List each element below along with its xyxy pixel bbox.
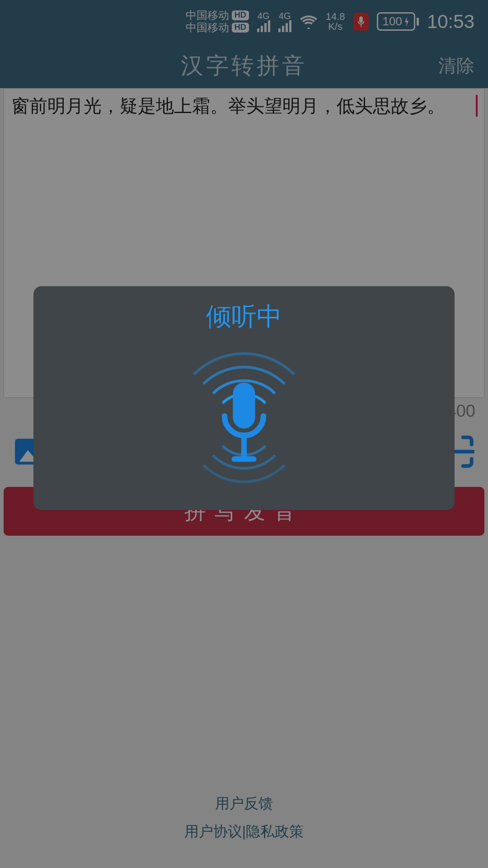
svg-rect-6 [233, 382, 255, 429]
microphone-icon [215, 378, 273, 471]
dialog-title: 倾听中 [206, 300, 282, 334]
mic-graphic[interactable] [163, 343, 325, 506]
listening-dialog: 倾听中 [33, 286, 455, 510]
